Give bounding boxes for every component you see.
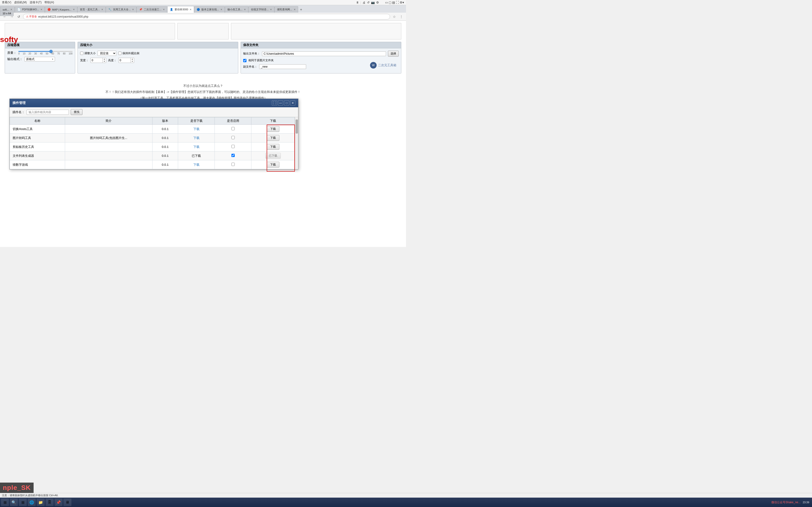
menu-btn[interactable]: ⋮ <box>399 14 404 19</box>
quality-slider-container[interactable]: 0 10 20 30 40 50 60 70 80 100 <box>18 51 72 55</box>
enabled-checkbox-4[interactable] <box>232 154 235 157</box>
scroll-thumb[interactable] <box>296 119 298 133</box>
tab-close-text[interactable]: ✕ <box>270 8 272 11</box>
table-row: 切换Hosts工具 0.0.1 下载 下载 <box>10 125 295 133</box>
tab-yang[interactable]: 杨小杰工具... ✕ <box>225 6 248 13</box>
fixed-select-wrapper[interactable]: 固定值px <box>98 51 116 56</box>
keep-ratio-checkbox[interactable] <box>118 52 121 55</box>
tab-close-map[interactable]: ✕ <box>73 8 75 11</box>
height-spinner[interactable]: ▲ ▼ <box>131 58 134 63</box>
output-path-input[interactable] <box>262 51 386 56</box>
download-button-2[interactable]: 下载 <box>267 135 280 141</box>
plugin-desc-1 <box>65 125 152 133</box>
print-icon[interactable]: 🖨 <box>362 1 366 4</box>
tab-pdf[interactable]: 📄 PDF转换WO... ✕ <box>15 6 45 13</box>
width-input[interactable] <box>91 58 102 62</box>
menu-view[interactable]: 查看(V) <box>2 0 11 4</box>
tab-label-version: 版本之家在线... <box>201 8 219 11</box>
win-tile-icon[interactable]: ▢ <box>389 1 392 4</box>
reload-btn[interactable]: ↺ <box>16 14 21 19</box>
bookmark-btn[interactable]: ☆ <box>392 14 397 19</box>
download-link-2[interactable]: 下载 <box>193 136 199 139</box>
win-cascade-icon[interactable]: ▤ <box>392 1 395 4</box>
scrollbar[interactable] <box>295 117 298 169</box>
download-button-1[interactable]: 下载 <box>267 126 280 132</box>
tab-close-version[interactable]: ✕ <box>220 8 222 11</box>
height-down[interactable]: ▼ <box>131 60 134 63</box>
watermark-text: 二次元工具箱 <box>378 63 396 67</box>
menu-vm[interactable]: 虚拟机(M) <box>14 0 27 4</box>
width-spinner[interactable]: ▲ ▼ <box>102 58 106 63</box>
tab-anime[interactable]: 📌 二次元动漫工... ✕ <box>137 6 167 13</box>
plugin-name-3: 剪贴板历史工具 <box>10 143 65 151</box>
tab-close-active[interactable]: ✕ <box>190 8 192 11</box>
plugin-search-input[interactable] <box>27 110 69 115</box>
win-full-icon[interactable]: ⛶ <box>396 1 399 4</box>
pause-icon[interactable]: ⏸ <box>356 1 359 4</box>
adjust-checkbox-item: 调整大小 <box>80 51 96 55</box>
height-input[interactable] <box>119 58 131 62</box>
suffix-input[interactable] <box>259 64 306 69</box>
download-button-5[interactable]: 下载 <box>267 162 280 168</box>
table-wrapper: 名称 简介 版本 是否下载 是否启用 下载 切换Hosts工具 <box>10 117 295 169</box>
enabled-checkbox-1[interactable] <box>232 127 235 130</box>
tab-text[interactable]: 在线文字转语... ✕ <box>248 6 274 13</box>
height-up[interactable]: ▲ <box>131 58 134 60</box>
menu-tab[interactable]: 选项卡(T) <box>30 0 42 4</box>
tab-map[interactable]: 🔴 MAP | Kaspers... ✕ <box>45 6 77 13</box>
tab-label-text: 在线文字转语... <box>251 8 268 11</box>
width-input-wrapper[interactable]: ▲ ▼ <box>91 58 106 63</box>
enabled-checkbox-2[interactable] <box>232 136 235 139</box>
tab-icon-pdf: 📄 <box>17 8 21 11</box>
new-tab-btn[interactable]: + <box>298 7 304 13</box>
tab-query[interactable]: 便民查询网... ✕ <box>274 6 298 13</box>
tab-close-anime[interactable]: ✕ <box>163 8 165 11</box>
dim-row: 宽度： ▲ ▼ 高度： ▲ <box>80 58 236 63</box>
download-link-1[interactable]: 下载 <box>193 127 199 131</box>
enabled-checkbox-3[interactable] <box>232 145 235 148</box>
download-link-5[interactable]: 下载 <box>193 163 199 166</box>
width-down[interactable]: ▼ <box>103 60 106 63</box>
download-button-3[interactable]: 下载 <box>267 144 280 150</box>
width-up[interactable]: ▲ <box>103 58 106 60</box>
download-link-3[interactable]: 下载 <box>193 145 199 149</box>
menu-help[interactable]: 帮助(H) <box>44 0 54 4</box>
plugin-search-btn[interactable]: 查找 <box>71 109 83 115</box>
plugin-name-5: 猜数字游戏 <box>10 160 65 169</box>
tab-close-tools[interactable]: ✕ <box>132 8 134 11</box>
same-source-checkbox[interactable] <box>243 59 247 62</box>
tab-close-pdf[interactable]: ✕ <box>40 8 42 11</box>
tab-version[interactable]: 🔵 版本之家在线... ✕ <box>194 6 225 13</box>
win-dropdown-icon[interactable]: ⚙▾ <box>400 1 404 4</box>
snapshot-icon[interactable]: 📷 <box>371 1 375 4</box>
refresh-icon[interactable]: ↺ <box>367 1 369 4</box>
address-bar[interactable]: ⚠ 不安全 ecytool.bili123.com/yaonishuai3000… <box>23 14 390 19</box>
tab-close-yang[interactable]: ✕ <box>244 8 246 11</box>
tab-icon-tools: 🔧 <box>108 8 112 11</box>
fixed-select[interactable]: 固定值px <box>98 51 116 56</box>
tab-close-soft[interactable]: ✕ <box>10 8 12 11</box>
height-input-wrapper[interactable]: ▲ ▼ <box>118 58 134 63</box>
win-maximize-btn[interactable]: □ <box>284 101 289 106</box>
window-icons: ▭ ▢ ▤ ⛶ ⚙▾ <box>385 1 404 4</box>
tab-close-query[interactable]: ✕ <box>294 8 296 11</box>
win-fullscreen-btn[interactable]: ⛶ <box>272 101 277 106</box>
choose-btn[interactable]: 选择 <box>388 51 399 57</box>
format-select-wrapper[interactable]: 原格式 JPG PNG WEBP <box>24 57 55 61</box>
format-select[interactable]: 原格式 JPG PNG WEBP <box>24 57 55 61</box>
win-layout-icon[interactable]: ▭ <box>385 1 388 4</box>
tab-close-home[interactable]: ✕ <box>101 8 103 11</box>
tab-home[interactable]: 首页 - 孟坑工具... ✕ <box>77 6 106 13</box>
slider-marks: 0 10 20 30 40 50 60 70 80 100 <box>18 52 72 55</box>
win-close-btn[interactable]: ✕ <box>290 101 295 106</box>
enabled-checkbox-5[interactable] <box>232 163 235 166</box>
width-label: 宽度： <box>80 58 89 62</box>
tab-active[interactable]: 👤 要你帅3000 ✕ <box>167 6 194 13</box>
adjust-checkbox[interactable] <box>80 52 84 55</box>
win-minimize-btn[interactable]: — <box>278 101 283 106</box>
quality-slider[interactable] <box>18 51 72 52</box>
tab-tools[interactable]: 🔧 实用工具大全... ✕ <box>106 6 137 13</box>
settings-icon2[interactable]: ⚙ <box>376 1 379 4</box>
download-button-4[interactable]: 已下载 <box>265 153 281 159</box>
slider-thumb[interactable] <box>49 50 53 53</box>
